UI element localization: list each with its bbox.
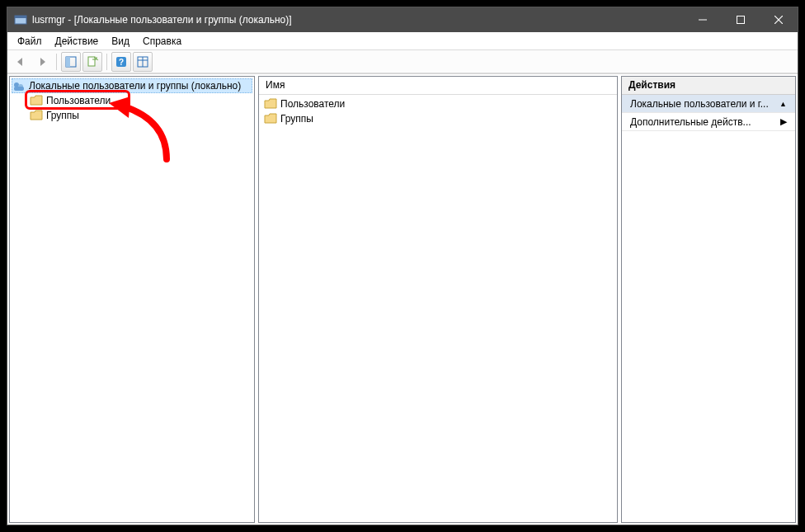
- folder-icon: [30, 95, 43, 106]
- toolbar-separator-2: [106, 54, 107, 70]
- window: lusrmgr - [Локальные пользователи и груп…: [7, 7, 798, 525]
- actions-pane: Действия Локальные пользователи и г... ▲…: [621, 76, 796, 523]
- refresh-button[interactable]: [133, 52, 153, 72]
- actions-section[interactable]: Локальные пользователи и г... ▲: [622, 95, 795, 113]
- menu-file[interactable]: Файл: [11, 34, 49, 49]
- content-area: Локальные пользователи и группы (локальн…: [7, 73, 798, 525]
- forward-button[interactable]: [32, 52, 52, 72]
- back-button[interactable]: [11, 52, 31, 72]
- actions-more-label: Дополнительные действ...: [630, 116, 751, 128]
- maximize-button[interactable]: [722, 7, 760, 32]
- minimize-button[interactable]: [684, 7, 722, 32]
- svg-rect-8: [88, 57, 95, 66]
- root-icon: [12, 79, 26, 92]
- menu-view[interactable]: Вид: [105, 34, 136, 49]
- actions-header: Действия: [622, 77, 795, 95]
- tree-item-users[interactable]: Пользователи: [12, 93, 252, 108]
- list-pane: Имя Пользователи Группы: [258, 76, 618, 523]
- menu-action[interactable]: Действие: [49, 34, 106, 49]
- list-item-label: Группы: [280, 113, 313, 125]
- tree-root-label: Локальные пользователи и группы (локальн…: [29, 80, 241, 92]
- svg-text:?: ?: [119, 58, 124, 67]
- svg-rect-16: [14, 87, 24, 91]
- tree-item-users-label: Пользователи: [46, 95, 111, 106]
- list-body: Пользователи Группы: [259, 95, 617, 128]
- tree-pane: Локальные пользователи и группы (локальн…: [9, 76, 255, 523]
- svg-rect-7: [66, 57, 70, 67]
- help-button[interactable]: ?: [111, 52, 131, 72]
- toggle-pane-button[interactable]: [61, 52, 81, 72]
- toolbar: ?: [7, 50, 798, 73]
- toolbar-separator: [56, 54, 57, 70]
- export-list-button[interactable]: [82, 52, 102, 72]
- chevron-right-icon: ▶: [780, 116, 787, 127]
- tree-root[interactable]: Локальные пользователи и группы (локальн…: [12, 78, 252, 93]
- list-column-header[interactable]: Имя: [259, 77, 617, 95]
- window-title: lusrmgr - [Локальные пользователи и груп…: [32, 14, 684, 26]
- list-item[interactable]: Группы: [262, 111, 614, 126]
- list-column-name: Имя: [266, 79, 285, 91]
- window-controls: [684, 7, 798, 32]
- close-button[interactable]: [760, 7, 798, 32]
- titlebar[interactable]: lusrmgr - [Локальные пользователи и груп…: [7, 7, 798, 32]
- menu-help[interactable]: Справка: [136, 34, 188, 49]
- tree-body: Локальные пользователи и группы (локальн…: [10, 77, 254, 125]
- svg-rect-3: [737, 16, 745, 24]
- actions-section-label: Локальные пользователи и г...: [630, 98, 769, 110]
- tree-item-groups[interactable]: Группы: [12, 108, 252, 123]
- collapse-icon: ▲: [779, 100, 787, 108]
- list-item[interactable]: Пользователи: [262, 97, 614, 111]
- svg-rect-1: [15, 16, 26, 18]
- list-item-label: Пользователи: [280, 98, 345, 110]
- folder-icon: [264, 113, 277, 125]
- tree-item-groups-label: Группы: [46, 110, 79, 121]
- actions-more[interactable]: Дополнительные действ... ▶: [622, 113, 795, 131]
- folder-icon: [264, 98, 277, 110]
- menubar: Файл Действие Вид Справка: [7, 32, 798, 50]
- app-icon: [14, 13, 27, 26]
- folder-icon: [30, 110, 43, 121]
